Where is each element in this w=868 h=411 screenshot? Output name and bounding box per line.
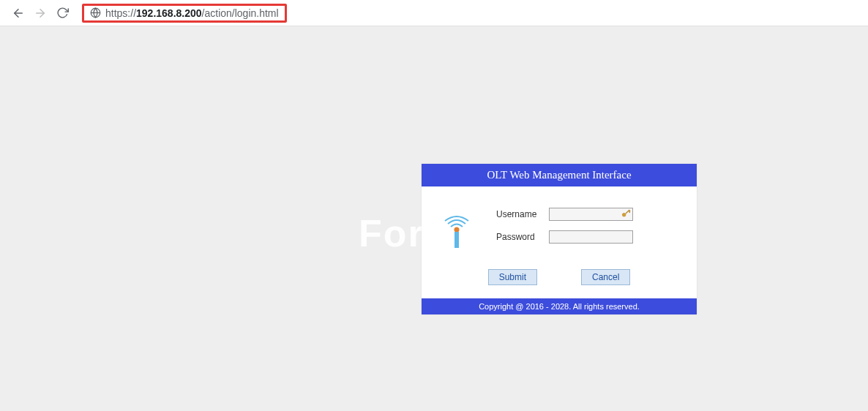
url-host: 192.168.8.200 bbox=[136, 7, 202, 19]
back-button[interactable] bbox=[7, 2, 29, 24]
address-bar[interactable]: https://192.168.8.200/action/login.html bbox=[105, 7, 279, 19]
page-content: ForoISP OLT Web Management Interface Use bbox=[0, 26, 868, 411]
forward-button[interactable] bbox=[29, 2, 51, 24]
arrow-left-icon bbox=[12, 7, 25, 20]
address-bar-highlight: https://192.168.8.200/action/login.html bbox=[82, 4, 287, 23]
reload-button[interactable] bbox=[51, 2, 73, 24]
password-row: Password bbox=[496, 230, 682, 244]
password-input[interactable] bbox=[549, 230, 633, 244]
password-label: Password bbox=[496, 232, 549, 242]
url-prefix: https:// bbox=[105, 7, 136, 19]
key-icon bbox=[621, 208, 631, 219]
submit-button[interactable]: Submit bbox=[488, 269, 537, 285]
login-panel: OLT Web Management Interface Username bbox=[422, 164, 697, 314]
url-path: /action/login.html bbox=[202, 7, 279, 19]
reload-icon bbox=[56, 7, 69, 19]
svg-point-6 bbox=[622, 213, 626, 216]
username-row: Username bbox=[496, 207, 682, 221]
username-label: Username bbox=[496, 209, 549, 219]
svg-rect-5 bbox=[454, 232, 459, 248]
cancel-button[interactable]: Cancel bbox=[581, 269, 630, 285]
panel-body: Username Password Submi bbox=[422, 186, 697, 298]
svg-point-4 bbox=[454, 227, 460, 232]
arrow-right-icon bbox=[34, 7, 47, 20]
panel-title: OLT Web Management Interface bbox=[422, 164, 697, 186]
panel-footer: Copyright @ 2016 - 2028. All rights rese… bbox=[422, 298, 697, 314]
browser-toolbar: https://192.168.8.200/action/login.html bbox=[0, 0, 868, 26]
antenna-icon bbox=[439, 210, 474, 251]
globe-icon bbox=[90, 7, 101, 18]
